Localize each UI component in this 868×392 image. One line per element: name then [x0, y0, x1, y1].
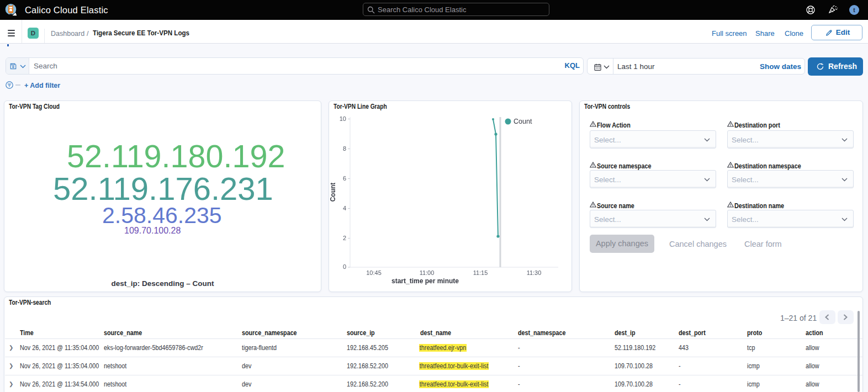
- svg-text:0: 0: [343, 263, 346, 270]
- svg-text:6: 6: [343, 175, 346, 182]
- svg-text:10:45: 10:45: [366, 269, 382, 276]
- svg-text:2: 2: [343, 235, 346, 241]
- svg-text:Count: Count: [329, 183, 337, 202]
- svg-text:Count: Count: [514, 118, 532, 125]
- svg-text:11:30: 11:30: [527, 269, 542, 276]
- svg-text:start_time per minute: start_time per minute: [391, 277, 459, 285]
- svg-text:10: 10: [340, 115, 346, 122]
- svg-text:4: 4: [343, 205, 346, 211]
- svg-text:11:15: 11:15: [473, 269, 488, 276]
- svg-text:11:00: 11:00: [420, 269, 435, 276]
- svg-text:8: 8: [343, 145, 346, 152]
